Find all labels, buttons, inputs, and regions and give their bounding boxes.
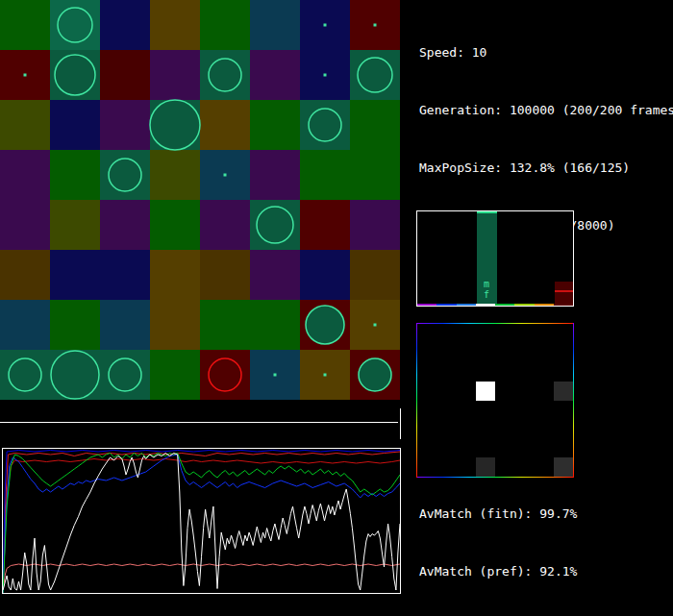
grid-cell xyxy=(150,50,200,100)
grid-cell xyxy=(0,100,50,150)
grid-cell xyxy=(150,0,200,50)
histogram-mf-label: m f xyxy=(477,279,497,300)
grid-cell xyxy=(100,150,150,200)
hue-strip-segment xyxy=(495,304,514,306)
matrix-gradient-edge-top xyxy=(416,323,574,324)
grid-cell xyxy=(50,200,100,250)
grid-cell xyxy=(300,200,350,250)
grid-cell xyxy=(350,150,400,200)
histogram-teal-bar: m f xyxy=(477,211,497,304)
creature-circle xyxy=(306,306,344,344)
grid-cell xyxy=(300,150,350,200)
timeseries-chart-panel xyxy=(2,448,401,594)
chart-series-white xyxy=(3,454,400,591)
grid-cell xyxy=(100,50,150,100)
grid-cell xyxy=(50,250,100,300)
grid-cell xyxy=(250,50,300,100)
matrix-gradient-edge-bottom xyxy=(416,477,574,478)
grid-cell xyxy=(150,350,200,400)
creature-dot xyxy=(324,24,327,27)
creature-dot xyxy=(224,174,227,177)
grid-cell xyxy=(300,250,350,300)
grid-cell xyxy=(200,300,250,350)
grid-cell xyxy=(0,150,50,200)
chart-series-red-top xyxy=(3,452,400,593)
matrix-cell xyxy=(476,382,495,401)
world-grid-canvas xyxy=(0,0,400,400)
grid-cell xyxy=(200,250,250,300)
grid-cell xyxy=(50,100,100,150)
histogram-bar-cap xyxy=(477,211,497,213)
horizontal-separator xyxy=(0,422,398,423)
grid-cell xyxy=(50,150,100,200)
hue-strip-segment xyxy=(514,304,534,306)
histogram-red-line xyxy=(555,290,573,292)
matrix-gradient-edge-right xyxy=(573,323,574,478)
grid-cell xyxy=(150,150,200,200)
chart-series-salmon xyxy=(3,564,400,593)
grid-cell xyxy=(50,300,100,350)
hue-strip-segment xyxy=(554,304,573,306)
grid-cell xyxy=(200,350,250,400)
matrix-cell xyxy=(554,457,573,477)
grid-cell xyxy=(100,300,150,350)
grid-cell xyxy=(350,200,400,250)
chart-series-blue-top xyxy=(3,451,400,594)
grid-cell xyxy=(150,300,200,350)
creature-dot xyxy=(324,74,327,77)
sex-histogram-panel: m f xyxy=(416,210,574,307)
grid-cell xyxy=(100,200,150,250)
matrix-cell xyxy=(554,382,573,401)
grid-cell xyxy=(200,0,250,50)
creature-dot xyxy=(374,324,377,327)
grid-cell xyxy=(250,0,300,50)
chart-series-blue-mid xyxy=(3,455,400,593)
grid-cell xyxy=(100,250,150,300)
stat-maxpopsize: MaxPopSize: 132.8% (166/125) xyxy=(419,159,673,178)
stat-generation: Generation: 100000 (200/200 frames) xyxy=(419,101,673,120)
creature-circle xyxy=(359,358,391,391)
creature-dot xyxy=(274,374,277,377)
pairing-matrix-panel xyxy=(416,323,574,478)
grid-cell xyxy=(100,350,150,400)
grid-cell xyxy=(0,350,50,400)
grid-cell xyxy=(350,100,400,150)
grid-cell xyxy=(250,100,300,150)
chart-series-green xyxy=(3,454,400,594)
grid-cell xyxy=(250,200,300,250)
stats-panel: Speed: 10 Generation: 100000 (200/200 fr… xyxy=(419,5,673,616)
hue-strip xyxy=(417,304,573,306)
grid-cell xyxy=(100,0,150,50)
grid-cell xyxy=(150,250,200,300)
stat-avmatch-pref: AvMatch (pref): 92.1% xyxy=(419,562,673,581)
grid-cell xyxy=(200,50,250,100)
grid-cell xyxy=(250,250,300,300)
histogram-red-bar xyxy=(555,282,573,306)
grid-cell xyxy=(250,300,300,350)
creature-dot xyxy=(324,374,327,377)
grid-cell xyxy=(300,100,350,150)
timeseries-chart-canvas xyxy=(3,449,400,593)
chart-series-red-mid xyxy=(3,459,400,594)
grid-cell xyxy=(350,250,400,300)
grid-cell xyxy=(250,150,300,200)
hue-strip-segment xyxy=(535,304,554,306)
grid-cell xyxy=(150,200,200,250)
stat-avmatch-fitn: AvMatch (fitn): 99.7% xyxy=(419,505,673,524)
grid-cell xyxy=(200,100,250,150)
matrix-cell xyxy=(476,457,495,477)
hue-strip-segment xyxy=(457,304,476,306)
simulation-window: Speed: 10 Generation: 100000 (200/200 fr… xyxy=(0,0,673,616)
hue-strip-segment xyxy=(417,304,436,306)
vertical-separator xyxy=(400,408,401,439)
stat-speed: Speed: 10 xyxy=(419,43,673,62)
grid-cell xyxy=(0,200,50,250)
grid-cell xyxy=(50,50,100,100)
grid-cell xyxy=(200,200,250,250)
matrix-gradient-edge-left xyxy=(416,323,417,478)
hue-strip-segment xyxy=(436,304,456,306)
grid-cell xyxy=(0,250,50,300)
creature-dot xyxy=(374,24,377,27)
grid-cell xyxy=(100,100,150,150)
hue-strip-segment xyxy=(476,304,495,306)
